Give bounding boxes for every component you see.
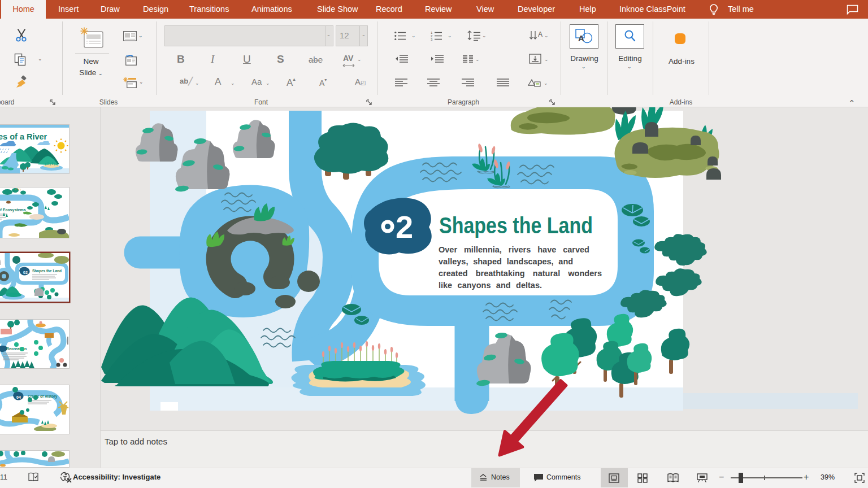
- svg-text:A: A: [538, 30, 542, 38]
- svg-text:valleys, shaped landscapes, an: valleys, shaped landscapes, and: [439, 257, 573, 266]
- svg-text:2: 2: [396, 209, 413, 245]
- svg-text:les of a River: les of a River: [0, 132, 47, 141]
- svg-text:Shapes the Land: Shapes the Land: [439, 213, 593, 238]
- svg-text:04: 04: [16, 395, 21, 399]
- svg-text:3: 3: [431, 38, 433, 41]
- svg-text:Over millennia, rivers have ca: Over millennia, rivers have carved: [439, 245, 589, 254]
- svg-text:02: 02: [23, 271, 28, 274]
- svg-text:feblood of Ecosystems: feblood of Ecosystems: [0, 208, 26, 212]
- svg-text:Cradle of History: Cradle of History: [28, 394, 58, 399]
- svg-text:created breathtaking natural w: created breathtaking natural wonders: [439, 269, 602, 278]
- svg-text:Shapes the Land: Shapes the Land: [32, 269, 62, 273]
- svg-text:like canyons and deltas.: like canyons and deltas.: [439, 281, 542, 290]
- svg-text:A: A: [578, 33, 584, 43]
